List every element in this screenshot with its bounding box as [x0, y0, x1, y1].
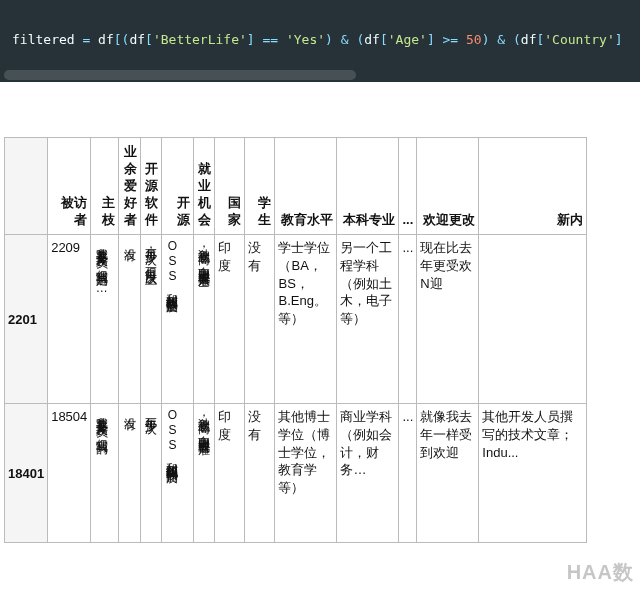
cell: ... — [399, 235, 417, 404]
col-index — [5, 138, 48, 235]
cell: OSS和封闭源代码软件的质 — [162, 404, 194, 543]
row-index: 2201 — [5, 235, 48, 404]
cell: 每年少于一次 — [140, 404, 161, 543]
col-hobbyist: 业余爱好者 — [119, 138, 140, 235]
cell: 我主要不是开发人员，但我写的是…… — [91, 235, 119, 404]
col-major: 本科专业 — [337, 138, 399, 235]
col-ellipsis: ... — [399, 138, 417, 235]
col-student: 学生 — [245, 138, 275, 235]
cell: 没有 — [245, 404, 275, 543]
cell: 其他博士学位（博士学位，教育学等） — [275, 404, 337, 543]
col-welcomechange: 欢迎更改 — [417, 138, 479, 235]
cell: 每月少于一次，但每月一次以上 — [140, 235, 161, 404]
cell: 没有 — [119, 235, 140, 404]
cell: 就像我去年一样受到欢迎 — [417, 404, 479, 543]
cell: 印度 — [215, 235, 245, 404]
table-row: 2201 2209 我主要不是开发人员，但我写的是…… 没有 每月少于一次，但每… — [5, 235, 587, 404]
col-mainbranch: 主枝 — [91, 138, 119, 235]
table-header-row: 被访者 主枝 业余爱好者 开源软件 开源 就业机会 国家 学生 教育水平 本科专… — [5, 138, 587, 235]
cell: 其他开发人员撰写的技术文章； Indu... — [479, 404, 587, 543]
cell: 没有 — [119, 404, 140, 543]
cell: 我主要不是开发人员，但我写的 — [91, 404, 119, 543]
col-edlevel: 教育水平 — [275, 138, 337, 235]
cell: 商业学科（例如会计，财务… — [337, 404, 399, 543]
table-row: 18401 18504 我主要不是开发人员，但我写的 没有 每年少于一次 OSS… — [5, 404, 587, 543]
cell: 独立承包商，自由职业者或自雇 — [194, 404, 215, 543]
cell: 18504 — [48, 404, 91, 543]
output-gap — [0, 82, 640, 137]
col-opensourcer: 开源软件 — [140, 138, 161, 235]
cell: 学士学位（BA，BS，B.Eng。等） — [275, 235, 337, 404]
cell: 独立承包商，自由职业者或自雇人士 — [194, 235, 215, 404]
col-newcontent: 新内 — [479, 138, 587, 235]
row-index: 18401 — [5, 404, 48, 543]
code-cell[interactable]: filtered = df[(df['BetterLife'] == 'Yes'… — [0, 0, 640, 68]
cell: OSS和封闭源软件的质量 — [162, 235, 194, 404]
cell: 2209 — [48, 235, 91, 404]
col-opensource: 开源 — [162, 138, 194, 235]
cell: 印度 — [215, 404, 245, 543]
cell — [479, 235, 587, 404]
col-country: 国家 — [215, 138, 245, 235]
cell: ... — [399, 404, 417, 543]
dataframe-table: 被访者 主枝 业余爱好者 开源软件 开源 就业机会 国家 学生 教育水平 本科专… — [4, 137, 587, 543]
col-employment: 就业机会 — [194, 138, 215, 235]
cell: 现在比去年更受欢N迎 — [417, 235, 479, 404]
cell: 另一个工程学科（例如土木，电子等） — [337, 235, 399, 404]
dataframe-output[interactable]: 被访者 主枝 业余爱好者 开源软件 开源 就业机会 国家 学生 教育水平 本科专… — [4, 137, 636, 543]
col-respondent: 被访者 — [48, 138, 91, 235]
code-horizontal-scrollbar[interactable] — [0, 68, 640, 82]
watermark: HAA数 — [567, 559, 634, 586]
cell: 没有 — [245, 235, 275, 404]
